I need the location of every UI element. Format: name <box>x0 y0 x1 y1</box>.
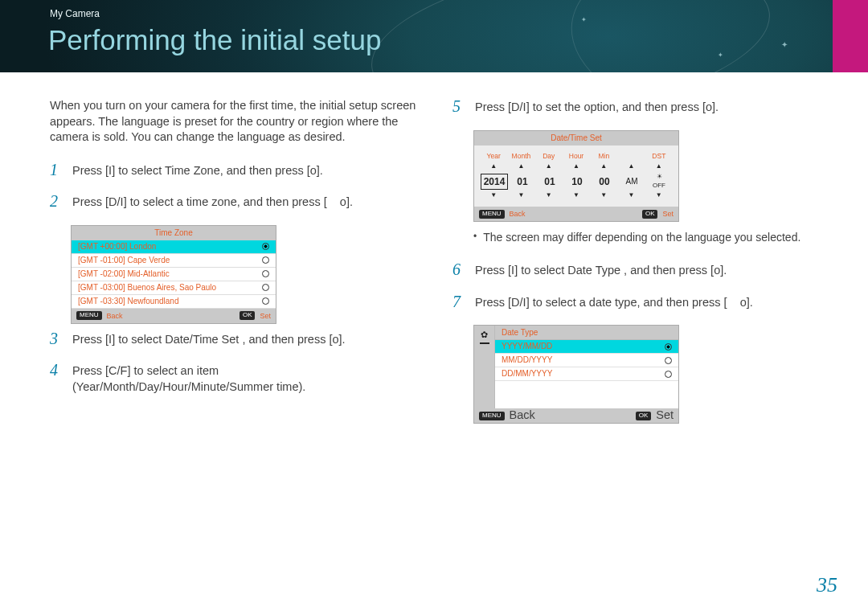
list-item[interactable]: [GMT -02:00] Mid-Atlantic <box>72 268 276 281</box>
list-item-label: MM/DD/YYYY <box>502 355 552 366</box>
radio-icon <box>262 256 269 264</box>
up-arrow-icon[interactable]: ▲ <box>563 162 589 171</box>
down-arrow-icon[interactable]: ▼ <box>618 191 644 200</box>
radio-icon <box>665 357 672 364</box>
col-label: Month <box>508 152 534 161</box>
col-label: Min <box>591 152 616 161</box>
panel-title: Time Zone <box>72 226 276 240</box>
step-text: Press [D/I] to select a time zone, and t… <box>72 193 420 211</box>
ok-chip: OK <box>642 210 658 219</box>
value-dst: ☀OFF <box>646 173 672 191</box>
value-hour: 10 <box>564 175 590 188</box>
radio-icon <box>665 371 672 378</box>
step-text: Press [I] to select Date/Time Set , and … <box>72 330 420 348</box>
ok-chip: OK <box>636 412 652 420</box>
step-text: Press [I] to select Date Type , and then… <box>475 261 823 279</box>
panel-footer: MENU Back OK Set <box>474 408 678 423</box>
datetime-panel: Date/Time Set Year Month Day Hour Min DS… <box>473 130 679 223</box>
value-year: 2014 <box>481 174 508 190</box>
col-label: DST <box>646 152 672 161</box>
list-item-label: YYYY/MM/DD <box>502 341 552 352</box>
list-item-label: [GMT +00:00] London <box>78 241 156 252</box>
radio-icon <box>262 243 269 250</box>
panel-body: Year Month Day Hour Min DST ▲ ▲ ▲ ▲ ▲ ▲ … <box>474 146 678 207</box>
step-4: 4 Press [C/F] to select an item (Year/Mo… <box>50 362 420 395</box>
up-arrow-icon[interactable]: ▲ <box>618 162 644 171</box>
up-arrow-icon[interactable]: ▲ <box>536 162 562 171</box>
note: • The screen may differ depending on the… <box>473 230 823 245</box>
down-arrow-icon[interactable]: ▼ <box>508 191 534 200</box>
radio-icon <box>262 284 269 291</box>
list-item-label: [GMT -02:00] Mid-Atlantic <box>78 269 170 280</box>
value-day: 01 <box>537 175 563 188</box>
value-ampm: AM <box>619 176 645 187</box>
radio-icon <box>262 297 269 305</box>
col-label <box>618 152 644 161</box>
section-tab <box>833 0 868 72</box>
col-label: Hour <box>563 152 589 161</box>
up-arrow-icon[interactable]: ▲ <box>481 162 506 171</box>
list-item[interactable]: MM/DD/YYYY <box>495 354 678 367</box>
back-label: Back <box>107 311 123 321</box>
radio-icon <box>262 270 269 277</box>
down-arrow-icon[interactable]: ▼ <box>481 191 506 200</box>
set-label: Set <box>656 408 674 424</box>
list-item[interactable]: [GMT -03:00] Buenos Aires, Sao Paulo <box>72 281 276 295</box>
panel-footer: MENU Back OK Set <box>72 309 276 323</box>
list-item[interactable]: [GMT +00:00] London <box>72 240 276 254</box>
list-item-label: [GMT -03:30] Newfoundland <box>78 296 178 307</box>
left-column: When you turn on your camera for the fir… <box>50 98 420 430</box>
step-number: 1 <box>50 162 64 178</box>
step-7: 7 Press [D/I] to select a date type, and… <box>452 293 823 311</box>
panel-title: Date/Time Set <box>474 131 678 146</box>
step-number: 6 <box>452 261 467 277</box>
step-number: 4 <box>50 362 64 378</box>
list-item[interactable]: [GMT -01:00] Cape Verde <box>72 254 276 268</box>
set-label: Set <box>662 209 674 219</box>
up-arrow-icon[interactable]: ▲ <box>508 162 534 171</box>
step-1: 1 Press [I] to select Time Zone, and the… <box>50 162 420 179</box>
page-number: 35 <box>817 573 837 597</box>
menu-chip: MENU <box>479 210 505 219</box>
note-text: The screen may differ depending on the l… <box>483 230 800 245</box>
set-label: Set <box>260 311 271 321</box>
header-band: ✦ ✦ ✦ My Camera Performing the initial s… <box>0 0 868 72</box>
radio-icon <box>665 343 672 351</box>
list-item[interactable]: [GMT -03:30] Newfoundland <box>72 295 276 309</box>
col-label: Day <box>536 152 562 161</box>
list-item-label: DD/MM/YYYY <box>502 368 552 379</box>
breadcrumb: My Camera <box>50 8 100 19</box>
content-area: When you turn on your camera for the fir… <box>0 72 868 430</box>
up-arrow-icon[interactable]: ▲ <box>646 162 672 171</box>
menu-chip: MENU <box>76 311 102 320</box>
step-text: Press [D/I] to select a date type, and t… <box>475 293 823 311</box>
list-item[interactable]: DD/MM/YYYY <box>495 367 678 381</box>
down-arrow-icon[interactable]: ▼ <box>646 191 672 200</box>
list-item[interactable]: YYYY/MM/DD <box>495 340 678 354</box>
step-text: Press [D/I] to set the option, and then … <box>475 98 823 116</box>
step-number: 5 <box>452 98 467 114</box>
down-arrow-icon[interactable]: ▼ <box>536 191 562 200</box>
step-5: 5 Press [D/I] to set the option, and the… <box>452 98 823 116</box>
down-arrow-icon[interactable]: ▼ <box>591 191 616 200</box>
step-number: 3 <box>50 330 64 346</box>
timezone-panel: Time Zone [GMT +00:00] London [GMT -01:0… <box>71 225 276 324</box>
sparkle-icon: ✦ <box>581 16 587 23</box>
bullet-icon: • <box>473 230 477 245</box>
ok-chip: OK <box>240 311 256 320</box>
intro-text: When you turn on your camera for the fir… <box>50 98 420 146</box>
dash-icon <box>480 342 489 344</box>
empty-rows <box>495 381 678 408</box>
gear-icon: ✿ <box>481 329 488 341</box>
panel-footer: MENU Back OK Set <box>474 207 678 221</box>
value-min: 00 <box>592 175 617 188</box>
down-arrow-icon[interactable]: ▼ <box>563 191 589 200</box>
up-arrow-icon[interactable]: ▲ <box>591 162 616 171</box>
datetype-panel: ✿ Date Type YYYY/MM/DD MM/DD/YYYY DD/MM/… <box>473 325 679 424</box>
right-column: 5 Press [D/I] to set the option, and the… <box>452 98 823 430</box>
back-label: Back <box>510 209 526 219</box>
list-item-label: [GMT -03:00] Buenos Aires, Sao Paulo <box>78 282 216 293</box>
col-label: Year <box>481 152 506 161</box>
sparkle-icon: ✦ <box>718 51 723 59</box>
step-3: 3 Press [I] to select Date/Time Set , an… <box>50 330 420 348</box>
